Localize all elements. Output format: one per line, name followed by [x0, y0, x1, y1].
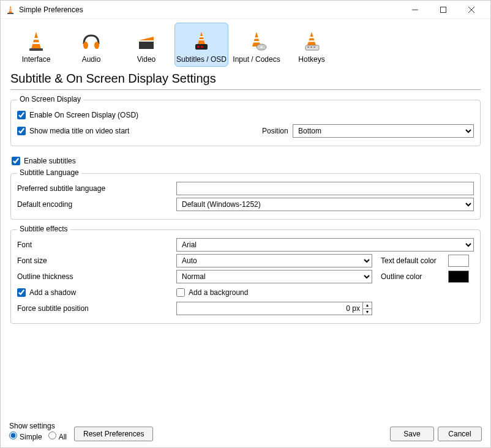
svg-rect-3 — [7, 13, 13, 14]
svg-rect-2 — [9, 10, 12, 11]
svg-point-27 — [260, 47, 263, 48]
svg-rect-10 — [33, 42, 40, 44]
tab-video-label: Video — [137, 55, 156, 64]
clapper-icon — [132, 29, 161, 54]
osd-group-title: On Screen Display — [17, 95, 83, 103]
default-encoding-label: Default encoding — [17, 200, 176, 209]
tab-interface-label: Interface — [22, 55, 51, 64]
tab-video[interactable]: Video — [119, 23, 173, 67]
titlebar: Simple Preferences — [1, 1, 490, 19]
tab-input-codecs-label: Input / Codecs — [233, 55, 280, 64]
svg-point-13 — [94, 42, 99, 49]
subtitle-language-group: Subtitle Language Preferred subtitle lan… — [10, 173, 481, 220]
position-label: Position — [262, 127, 293, 135]
subtitle-language-group-title: Subtitle Language — [17, 168, 81, 177]
svg-rect-11 — [29, 48, 43, 51]
default-encoding-select[interactable]: Default (Windows-1252) — [176, 198, 474, 211]
tab-audio[interactable]: Audio — [64, 23, 118, 67]
font-size-label: Font size — [17, 256, 176, 265]
svg-point-12 — [83, 42, 88, 49]
show-media-title-checkbox[interactable]: Show media title on video start — [17, 127, 262, 135]
add-shadow-label: Add a shadow — [29, 288, 76, 297]
subtitle-effects-group-title: Subtitle effects — [17, 225, 70, 233]
show-all-label: All — [59, 433, 67, 441]
outline-color-label: Outline color — [381, 272, 448, 281]
show-all-radio[interactable]: All — [48, 431, 67, 441]
svg-rect-16 — [139, 40, 154, 42]
svg-rect-24 — [255, 37, 259, 39]
svg-rect-5 — [441, 7, 446, 12]
preferred-language-input[interactable] — [176, 182, 474, 195]
osd-group: On Screen Display Enable On Screen Displ… — [10, 100, 481, 146]
text-color-swatch[interactable] — [448, 255, 469, 267]
svg-rect-33 — [310, 47, 312, 48]
svg-rect-19 — [199, 39, 204, 40]
enable-osd-checkbox[interactable]: Enable On Screen Display (OSD) — [17, 111, 138, 119]
svg-rect-14 — [139, 40, 154, 49]
cancel-button[interactable]: Cancel — [438, 427, 482, 441]
svg-marker-0 — [9, 6, 12, 13]
font-label: Font — [17, 241, 176, 249]
show-media-title-label: Show media title on video start — [29, 127, 129, 135]
maximize-button[interactable] — [429, 1, 457, 19]
force-position-spinner[interactable]: ▲▼ — [176, 302, 372, 315]
svg-rect-30 — [309, 40, 315, 42]
svg-rect-25 — [253, 41, 260, 43]
add-shadow-checkbox[interactable]: Add a shadow — [17, 288, 176, 297]
subtitle-cone-icon — [187, 29, 216, 54]
separator — [10, 89, 481, 90]
svg-rect-22 — [201, 46, 203, 48]
outline-thickness-select[interactable]: Normal — [176, 270, 372, 283]
minimize-button[interactable] — [401, 1, 429, 19]
tab-input-codecs[interactable]: Input / Codecs — [230, 23, 283, 67]
tab-subtitles-osd[interactable]: Subtitles / OSD — [174, 23, 228, 67]
close-button[interactable] — [457, 1, 485, 19]
disc-cone-icon — [242, 29, 271, 54]
force-position-input[interactable] — [176, 302, 362, 315]
text-color-label: Text default color — [381, 256, 448, 265]
spin-down-icon[interactable]: ▼ — [362, 308, 372, 316]
reset-preferences-button[interactable]: Reset Preferences — [74, 427, 153, 441]
svg-rect-32 — [307, 47, 309, 48]
tab-hotkeys[interactable]: Hotkeys — [285, 23, 339, 67]
font-select[interactable]: Arial — [176, 238, 474, 252]
force-position-label: Force subtitle position — [17, 304, 176, 313]
enable-subtitles-checkbox[interactable]: Enable subtitles — [12, 157, 76, 165]
position-select[interactable]: Bottom — [293, 124, 474, 138]
svg-rect-18 — [200, 36, 203, 37]
tab-interface[interactable]: Interface — [9, 23, 63, 67]
outline-thickness-label: Outline thickness — [17, 272, 176, 281]
headphones-icon — [77, 29, 106, 54]
font-size-select[interactable]: Auto — [176, 254, 372, 267]
svg-rect-9 — [34, 38, 39, 40]
category-toolbar: Interface Audio Video Subtitles / OSD In… — [1, 19, 490, 67]
outline-color-swatch[interactable] — [448, 271, 469, 283]
svg-marker-15 — [139, 37, 154, 40]
svg-rect-21 — [197, 46, 200, 48]
tab-subtitles-osd-label: Subtitles / OSD — [176, 55, 227, 64]
tab-hotkeys-label: Hotkeys — [298, 55, 324, 64]
page-heading: Subtitle & On Screen Display Settings — [10, 67, 481, 89]
footer: Show settings Simple All Reset Preferenc… — [1, 418, 490, 447]
tab-audio-label: Audio — [82, 55, 101, 64]
app-cone-icon — [6, 5, 15, 15]
spin-up-icon[interactable]: ▲ — [362, 302, 372, 308]
svg-marker-28 — [307, 32, 316, 45]
svg-rect-29 — [310, 37, 314, 39]
add-background-checkbox[interactable]: Add a background — [176, 288, 248, 297]
cone-icon — [21, 29, 51, 54]
show-simple-radio[interactable]: Simple — [9, 431, 42, 441]
svg-rect-34 — [313, 47, 315, 48]
enable-subtitles-label: Enable subtitles — [24, 157, 76, 165]
enable-osd-label: Enable On Screen Display (OSD) — [29, 111, 138, 119]
svg-marker-8 — [31, 32, 41, 49]
keyboard-cone-icon — [297, 29, 326, 54]
svg-marker-17 — [198, 32, 205, 44]
save-button[interactable]: Save — [390, 427, 434, 441]
show-simple-label: Simple — [20, 433, 42, 441]
window-title: Simple Preferences — [19, 6, 401, 14]
preferred-language-label: Preferred subtitle language — [17, 184, 176, 193]
subtitle-effects-group: Subtitle effects Font Arial Font size Au… — [10, 230, 481, 324]
add-background-label: Add a background — [189, 288, 248, 297]
show-settings-label: Show settings — [9, 422, 67, 430]
